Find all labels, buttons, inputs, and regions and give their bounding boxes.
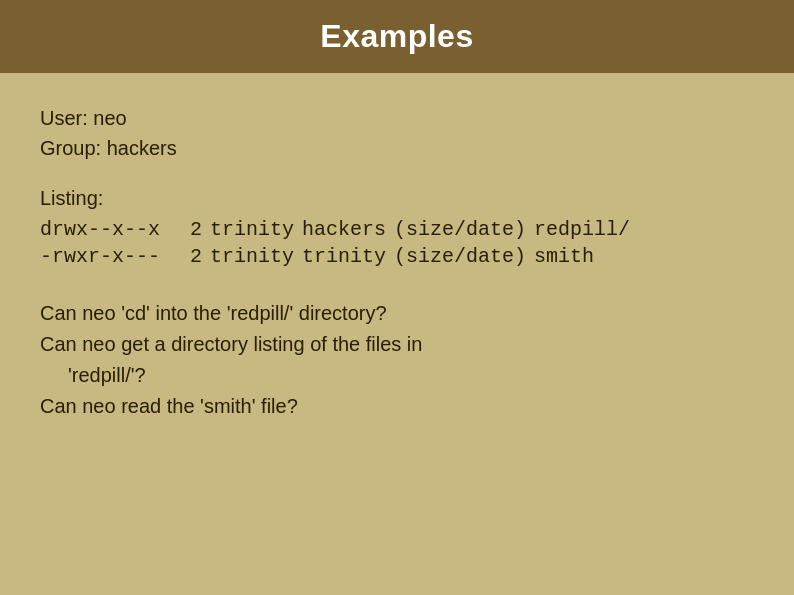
listing-section: Listing: drwx--x--x 2 trinity hackers (s… — [40, 187, 754, 270]
page-container: Examples User: neo Group: hackers Listin… — [0, 0, 794, 452]
main-content: User: neo Group: hackers Listing: drwx--… — [0, 73, 794, 452]
question-3: Can neo read the 'smith' file? — [40, 391, 754, 422]
name-2: smith — [534, 243, 638, 270]
details-1: (size/date) — [394, 216, 534, 243]
page-title: Examples — [320, 18, 473, 54]
links-2: 2 — [190, 243, 210, 270]
group-1: hackers — [302, 216, 394, 243]
owner-2: trinity — [210, 243, 302, 270]
group-label: Group: hackers — [40, 133, 754, 163]
question-1: Can neo 'cd' into the 'redpill/' directo… — [40, 298, 754, 329]
group-2: trinity — [302, 243, 394, 270]
listing-table: drwx--x--x 2 trinity hackers (size/date)… — [40, 216, 638, 270]
table-row: drwx--x--x 2 trinity hackers (size/date)… — [40, 216, 638, 243]
owner-1: trinity — [210, 216, 302, 243]
permissions-1: drwx--x--x — [40, 216, 190, 243]
listing-label: Listing: — [40, 187, 754, 210]
user-info-section: User: neo Group: hackers — [40, 103, 754, 163]
question-2: Can neo get a directory listing of the f… — [40, 329, 754, 360]
name-1: redpill/ — [534, 216, 638, 243]
user-label: User: neo — [40, 103, 754, 133]
header-bar: Examples — [0, 0, 794, 73]
questions-section: Can neo 'cd' into the 'redpill/' directo… — [40, 298, 754, 422]
permissions-2: -rwxr-x--- — [40, 243, 190, 270]
question-2-indent: 'redpill/'? — [40, 360, 754, 391]
table-row: -rwxr-x--- 2 trinity trinity (size/date)… — [40, 243, 638, 270]
details-2: (size/date) — [394, 243, 534, 270]
links-1: 2 — [190, 216, 210, 243]
